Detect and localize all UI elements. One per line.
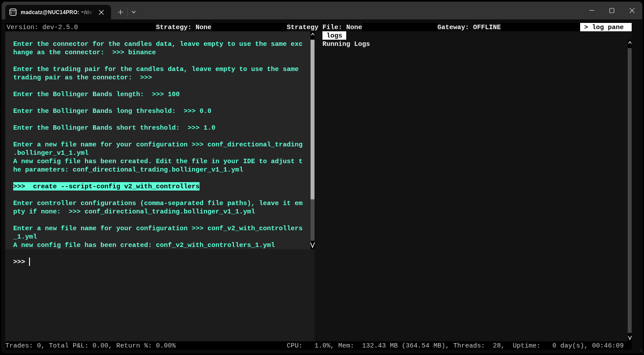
- svg-text:c:\: c:\: [11, 11, 16, 15]
